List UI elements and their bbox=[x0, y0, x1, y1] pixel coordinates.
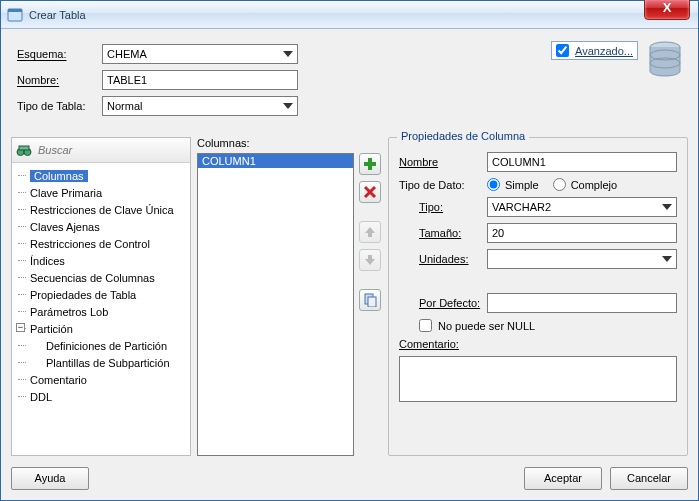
tabletype-label: Tipo de Tabla: bbox=[17, 100, 102, 112]
column-properties-panel: Propiedades de Columna Nombre Tipo de Da… bbox=[388, 137, 688, 456]
prop-size-label: Tamaño: bbox=[419, 227, 487, 239]
tree-item[interactable]: Restricciones de Control bbox=[18, 235, 188, 252]
tree-item[interactable]: Plantillas de Subpartición bbox=[18, 354, 188, 371]
tree-item[interactable]: Clave Primaria bbox=[18, 184, 188, 201]
tree-item-partition[interactable]: −Partición bbox=[18, 320, 188, 337]
prop-units-combo[interactable] bbox=[487, 249, 677, 269]
x-icon bbox=[363, 185, 377, 199]
prop-name-input[interactable] bbox=[487, 152, 677, 172]
prop-default-label: Por Defecto: bbox=[419, 297, 487, 309]
svg-marker-11 bbox=[365, 255, 375, 265]
cancel-button[interactable]: Cancelar bbox=[610, 467, 688, 490]
copy-icon bbox=[363, 293, 377, 307]
tree-item[interactable]: Columnas bbox=[18, 167, 188, 184]
main-row: ColumnasClave PrimariaRestricciones de C… bbox=[11, 137, 688, 456]
prop-datatype-label: Tipo de Dato: bbox=[399, 179, 487, 191]
plus-icon bbox=[363, 157, 377, 171]
tree-item[interactable]: DDL bbox=[18, 388, 188, 405]
svg-rect-9 bbox=[364, 162, 376, 166]
svg-rect-7 bbox=[19, 146, 29, 150]
prop-notnull-option[interactable]: No puede ser NULL bbox=[419, 319, 535, 332]
tree-item[interactable]: Restricciones de Clave Única bbox=[18, 201, 188, 218]
tree-item[interactable]: Comentario bbox=[18, 371, 188, 388]
dialog-body: Esquema: CHEMA Nombre: Tipo de Tabla: No… bbox=[1, 29, 698, 500]
search-bar bbox=[12, 138, 190, 163]
dialog-window: Crear Tabla X Esquema: CHEMA Nombre: Tip… bbox=[0, 0, 699, 501]
datatype-simple-option[interactable]: Simple bbox=[487, 178, 539, 191]
add-column-button[interactable] bbox=[359, 153, 381, 175]
button-bar: Ayuda Aceptar Cancelar bbox=[11, 464, 688, 492]
prop-comment-textarea[interactable] bbox=[399, 356, 677, 402]
columns-label: Columnas: bbox=[197, 137, 382, 153]
category-panel: ColumnasClave PrimariaRestricciones de C… bbox=[11, 137, 191, 456]
top-form: Esquema: CHEMA Nombre: Tipo de Tabla: No… bbox=[17, 41, 682, 129]
prop-units-label: Unidades: bbox=[419, 253, 487, 265]
svg-rect-13 bbox=[368, 297, 376, 307]
properties-group-title: Propiedades de Columna bbox=[397, 130, 529, 142]
prop-size-input[interactable] bbox=[487, 223, 677, 243]
window-title: Crear Tabla bbox=[29, 9, 86, 21]
columns-list[interactable]: COLUMN1 bbox=[197, 153, 354, 456]
schema-combo[interactable]: CHEMA bbox=[102, 44, 298, 64]
arrow-up-icon bbox=[364, 226, 376, 238]
column-list-item[interactable]: COLUMN1 bbox=[198, 154, 353, 168]
svg-marker-10 bbox=[365, 227, 375, 237]
tree-item[interactable]: Secuencias de Columnas bbox=[18, 269, 188, 286]
window-close-button[interactable]: X bbox=[644, 0, 690, 20]
remove-column-button[interactable] bbox=[359, 181, 381, 203]
datatype-complex-radio[interactable] bbox=[553, 178, 566, 191]
database-icon bbox=[648, 41, 682, 79]
svg-rect-1 bbox=[8, 9, 22, 12]
tree-item[interactable]: Propiedades de Tabla bbox=[18, 286, 188, 303]
tree-item[interactable]: Parámetros Lob bbox=[18, 303, 188, 320]
arrow-down-icon bbox=[364, 254, 376, 266]
copy-column-button[interactable] bbox=[359, 289, 381, 311]
move-down-button[interactable] bbox=[359, 249, 381, 271]
columns-panel: Columnas: COLUMN1 bbox=[197, 137, 382, 456]
search-input[interactable] bbox=[36, 143, 186, 157]
datatype-simple-radio[interactable] bbox=[487, 178, 500, 191]
prop-notnull-checkbox[interactable] bbox=[419, 319, 432, 332]
tabletype-combo[interactable]: Normal bbox=[102, 96, 298, 116]
tree-item[interactable]: Definiciones de Partición bbox=[18, 337, 188, 354]
tree-expander-icon[interactable]: − bbox=[16, 323, 25, 332]
help-button[interactable]: Ayuda bbox=[11, 467, 89, 490]
name-label: Nombre: bbox=[17, 74, 102, 86]
app-icon bbox=[7, 7, 23, 23]
advanced-checkbox[interactable] bbox=[556, 44, 569, 57]
datatype-complex-option[interactable]: Complejo bbox=[553, 178, 617, 191]
titlebar: Crear Tabla X bbox=[1, 1, 698, 29]
binoculars-icon bbox=[16, 142, 32, 158]
tree-item[interactable]: Claves Ajenas bbox=[18, 218, 188, 235]
tree-item[interactable]: Índices bbox=[18, 252, 188, 269]
category-tree[interactable]: ColumnasClave PrimariaRestricciones de C… bbox=[12, 163, 190, 455]
prop-type-combo[interactable]: VARCHAR2 bbox=[487, 197, 677, 217]
ok-button[interactable]: Aceptar bbox=[524, 467, 602, 490]
prop-type-label: Tipo: bbox=[419, 201, 487, 213]
prop-comment-label: Comentario: bbox=[399, 338, 487, 350]
move-up-button[interactable] bbox=[359, 221, 381, 243]
column-toolbar bbox=[358, 153, 382, 456]
advanced-toggle[interactable]: Avanzado... bbox=[551, 41, 638, 60]
prop-name-label: Nombre bbox=[399, 156, 487, 168]
advanced-label: Avanzado... bbox=[575, 45, 633, 57]
table-name-input[interactable] bbox=[102, 70, 298, 90]
prop-default-input[interactable] bbox=[487, 293, 677, 313]
schema-label: Esquema: bbox=[17, 48, 102, 60]
